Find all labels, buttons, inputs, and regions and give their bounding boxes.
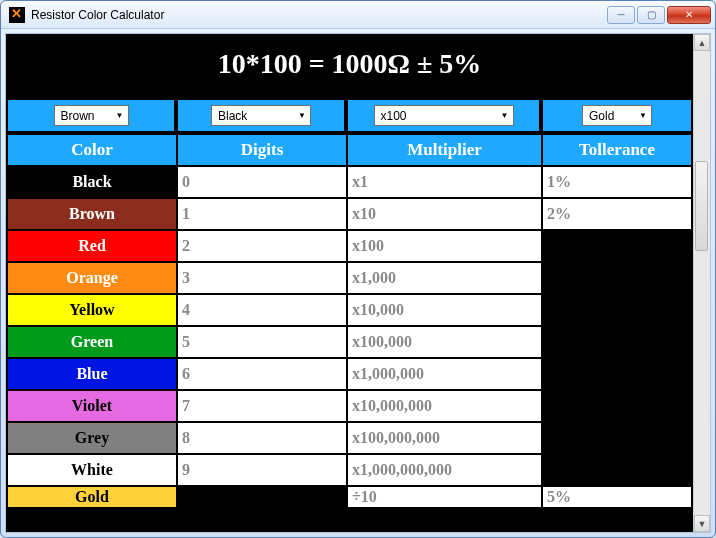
digit-cell: 7 [177,390,347,422]
table-row: Red2x100 [7,230,692,262]
multiplier-cell: x100 [346,98,541,133]
vertical-scrollbar[interactable]: ▲ ▼ [693,34,710,532]
tolerance-cell [542,422,692,454]
tolerance-cell: 1% [542,166,692,198]
multiplier-cell: x100,000,000 [347,422,542,454]
tolerance-cell [542,262,692,294]
color-cell: Violet [7,390,177,422]
multiplier-cell: x1,000,000 [347,358,542,390]
multiplier-cell: x1,000,000,000 [347,454,542,486]
window-controls: ─ ▢ ✕ [607,6,711,24]
header-digits: Digits [177,134,347,166]
tolerance-cell [542,390,692,422]
app-icon [9,7,25,23]
tolerance-cell: 5% [542,486,692,508]
titlebar: Resistor Color Calculator ─ ▢ ✕ [1,1,715,29]
app-window: Resistor Color Calculator ─ ▢ ✕ 10*100 =… [0,0,716,538]
table-row: White9x1,000,000,000 [7,454,692,486]
tolerance-cell [542,294,692,326]
multiplier-cell: x1 [347,166,542,198]
digit-cell [177,486,347,508]
content-pane: 10*100 = 1000Ω ± 5% Brown Black x100 Gol… [6,34,693,532]
multiplier-cell: x1,000 [347,262,542,294]
tolerance-value: Gold [589,109,614,123]
band2-value: Black [218,109,247,123]
digit-cell: 8 [177,422,347,454]
band1-cell: Brown [6,98,176,133]
header-color: Color [7,134,177,166]
tolerance-cell: Gold [541,98,693,133]
table-row: Green5x100,000 [7,326,692,358]
digit-cell: 1 [177,198,347,230]
table-row: Black0x11% [7,166,692,198]
window-title: Resistor Color Calculator [31,8,164,22]
tolerance-cell [542,230,692,262]
color-cell: Blue [7,358,177,390]
table-row: Grey8x100,000,000 [7,422,692,454]
result-display: 10*100 = 1000Ω ± 5% [6,34,693,98]
tolerance-cell [542,358,692,390]
color-cell: White [7,454,177,486]
table-row: Violet7x10,000,000 [7,390,692,422]
color-cell: Green [7,326,177,358]
band2-select[interactable]: Black [211,105,311,126]
table-row: Orange3x1,000 [7,262,692,294]
close-button[interactable]: ✕ [667,6,711,24]
digit-cell: 2 [177,230,347,262]
scroll-thumb[interactable] [695,161,708,251]
scroll-down-arrow[interactable]: ▼ [694,515,710,532]
color-cell: Brown [7,198,177,230]
digit-cell: 3 [177,262,347,294]
band-selectors: Brown Black x100 Gold [6,98,693,133]
color-cell: Grey [7,422,177,454]
table-row: Blue6x1,000,000 [7,358,692,390]
scroll-up-arrow[interactable]: ▲ [694,34,710,51]
tolerance-cell [542,326,692,358]
minimize-button[interactable]: ─ [607,6,635,24]
band2-cell: Black [176,98,346,133]
multiplier-cell: ÷10 [347,486,542,508]
table-row: Yellow4x10,000 [7,294,692,326]
client-area: 10*100 = 1000Ω ± 5% Brown Black x100 Gol… [5,33,711,533]
multiplier-cell: x10,000,000 [347,390,542,422]
digit-cell: 0 [177,166,347,198]
header-tolerance: Tollerance [542,134,692,166]
color-cell: Orange [7,262,177,294]
table-header-row: Color Digits Multiplier Tollerance [7,134,692,166]
digit-cell: 5 [177,326,347,358]
band1-value: Brown [61,109,95,123]
scroll-track[interactable] [694,51,710,515]
table-row: Gold÷105% [7,486,692,508]
color-cell: Red [7,230,177,262]
digit-cell: 9 [177,454,347,486]
multiplier-value: x100 [381,109,407,123]
multiplier-cell: x100 [347,230,542,262]
tolerance-cell: 2% [542,198,692,230]
color-table: Color Digits Multiplier Tollerance Black… [6,133,693,509]
multiplier-cell: x100,000 [347,326,542,358]
color-cell: Yellow [7,294,177,326]
band1-select[interactable]: Brown [54,105,129,126]
color-cell: Gold [7,486,177,508]
color-cell: Black [7,166,177,198]
tolerance-select[interactable]: Gold [582,105,652,126]
maximize-button[interactable]: ▢ [637,6,665,24]
tolerance-cell [542,454,692,486]
multiplier-cell: x10,000 [347,294,542,326]
multiplier-select[interactable]: x100 [374,105,514,126]
digit-cell: 6 [177,358,347,390]
digit-cell: 4 [177,294,347,326]
multiplier-cell: x10 [347,198,542,230]
header-multiplier: Multiplier [347,134,542,166]
table-row: Brown1x102% [7,198,692,230]
